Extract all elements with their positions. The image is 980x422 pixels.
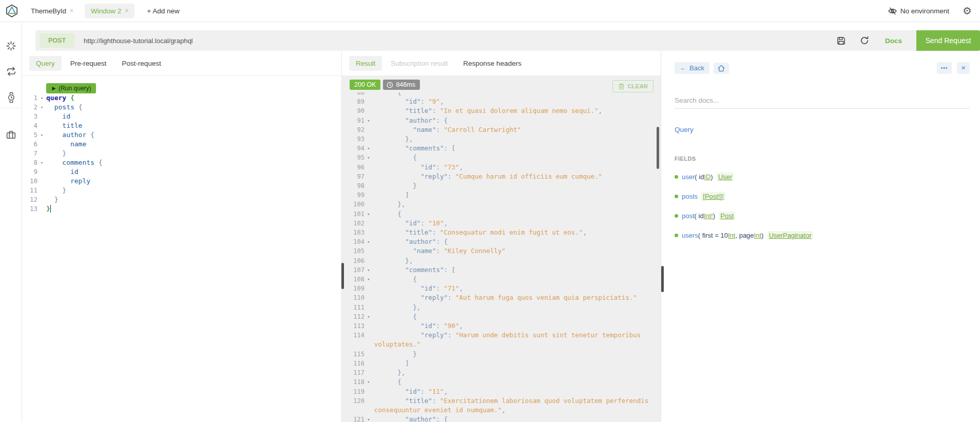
query-editor[interactable]: ► (Run query) 1▾query {2▾ posts {3 id4 t…: [22, 76, 341, 422]
fold-arrow-icon[interactable]: ▾: [37, 93, 46, 103]
field-type-link[interactable]: User: [717, 172, 734, 181]
field-name[interactable]: posts: [682, 193, 698, 200]
json-result-line: 94▾ "comments": [: [342, 144, 661, 153]
field-type-link[interactable]: Int: [728, 232, 735, 239]
docs-home-button[interactable]: [714, 63, 729, 74]
tab-subscription-result[interactable]: Subscription result: [384, 56, 454, 71]
docs-current-type-link[interactable]: Query: [675, 126, 694, 133]
fold-gutter: [366, 246, 372, 256]
line-content: "author": {: [372, 237, 655, 246]
query-code-line: 10 reply: [22, 177, 341, 186]
line-number: 13: [22, 204, 37, 214]
url-input[interactable]: [84, 37, 823, 45]
fold-gutter: [37, 195, 46, 204]
tab-query[interactable]: Query: [29, 56, 62, 71]
json-result-line: 109 "id": "71",: [342, 284, 661, 293]
json-result-lines: 88 {89 "id": "9",90 "title": "In et quas…: [342, 92, 661, 422]
cycle-icon[interactable]: [0, 64, 22, 79]
json-result-line: 111 },: [342, 303, 661, 312]
query-code-line: 11 }: [22, 186, 341, 195]
fold-arrow-icon[interactable]: ▾: [366, 237, 372, 246]
result-docs-resize-handle[interactable]: [661, 266, 664, 292]
clear-result-button[interactable]: CLEAR: [612, 80, 654, 92]
fold-gutter: [366, 125, 372, 135]
spinner-icon[interactable]: [0, 39, 22, 53]
line-number: 9: [22, 167, 37, 177]
watch-icon[interactable]: [0, 90, 22, 105]
line-number: 10: [22, 177, 37, 186]
line-content: "id": "11",: [372, 387, 655, 396]
fold-arrow-icon[interactable]: ▾: [366, 153, 372, 162]
home-icon: [717, 64, 725, 72]
line-content: "author": {: [372, 415, 655, 422]
status-badge: 200 OK: [350, 80, 380, 90]
field-type-link[interactable]: Int: [754, 232, 761, 239]
tab-post-request[interactable]: Post-request: [115, 56, 168, 71]
field-type-link[interactable]: [Post!]!: [701, 192, 725, 201]
field-args: [763, 232, 767, 239]
field-name[interactable]: users: [682, 232, 698, 239]
send-request-button[interactable]: Send Request: [916, 30, 980, 51]
result-scrollbar-thumb[interactable]: [657, 127, 659, 169]
result-body: 200 OK 846ms: [342, 75, 661, 422]
field-type-link[interactable]: Int!: [704, 212, 713, 220]
fold-arrow-icon[interactable]: ▾: [37, 158, 46, 167]
fold-arrow-icon[interactable]: ▾: [366, 265, 372, 275]
fold-arrow-icon[interactable]: ▾: [366, 275, 372, 284]
fold-gutter: [366, 387, 372, 396]
tab-result[interactable]: Result: [349, 56, 382, 71]
environment-selector[interactable]: No environment: [888, 6, 949, 16]
query-code-line: 2▾ posts {: [22, 103, 341, 112]
gear-icon[interactable]: ⚙: [963, 6, 972, 16]
line-number: 89: [342, 97, 366, 106]
fold-arrow-icon[interactable]: ▾: [37, 130, 46, 140]
fold-arrow-icon[interactable]: ▾: [366, 312, 372, 321]
line-content: {: [372, 275, 655, 284]
docs-search-input[interactable]: [675, 94, 970, 109]
field-bullet-icon: [675, 175, 678, 179]
field-type-link[interactable]: UserPaginator: [767, 231, 813, 240]
json-result-line: 104▾ "author": {: [342, 237, 661, 246]
docs-link[interactable]: Docs: [885, 37, 902, 45]
run-query-button[interactable]: ► (Run query): [46, 83, 96, 93]
field-name[interactable]: user: [682, 173, 695, 181]
close-tab-icon[interactable]: ×: [125, 7, 128, 14]
add-new-window-button[interactable]: + Add new: [147, 7, 179, 15]
line-content: "id": "71",: [372, 284, 655, 293]
field-name[interactable]: post: [682, 212, 695, 220]
briefcase-icon[interactable]: [0, 127, 22, 142]
line-number: 121: [342, 415, 366, 422]
fold-arrow-icon[interactable]: ▾: [366, 144, 372, 153]
fold-arrow-icon[interactable]: ▾: [366, 116, 372, 125]
line-content: },: [372, 303, 655, 312]
line-content: author {: [46, 130, 94, 140]
tab-response-headers[interactable]: Response headers: [456, 56, 528, 71]
docs-more-menu-icon[interactable]: •••: [937, 62, 952, 74]
docs-close-icon[interactable]: ×: [957, 62, 970, 74]
query-code-line: 13}: [22, 204, 341, 214]
back-label: Back: [689, 64, 704, 72]
fold-arrow-icon[interactable]: ▾: [366, 377, 372, 387]
line-content: {: [372, 377, 655, 387]
fold-gutter: [366, 368, 372, 377]
trash-icon: [618, 83, 625, 90]
close-tab-icon[interactable]: ×: [70, 7, 73, 14]
fold-gutter: [366, 284, 372, 293]
fold-arrow-icon[interactable]: ▾: [366, 209, 372, 219]
window-tab-window2[interactable]: Window 2 ×: [85, 4, 134, 18]
fold-arrow-icon[interactable]: ▾: [366, 415, 372, 422]
fold-arrow-icon[interactable]: ▾: [37, 103, 46, 112]
line-content: "title": "Consequatur modi enim fugit ut…: [372, 228, 655, 237]
refresh-icon[interactable]: [859, 35, 870, 46]
query-result-resize-handle[interactable]: [341, 263, 344, 289]
tab-pre-request[interactable]: Pre-request: [64, 56, 113, 71]
save-icon[interactable]: [836, 36, 846, 46]
field-type-link[interactable]: Post: [719, 212, 735, 220]
fold-gutter: [366, 303, 372, 312]
http-method-badge[interactable]: POST: [40, 33, 74, 48]
docs-header: ← Back ••• ×: [675, 62, 970, 74]
docs-back-button[interactable]: ← Back: [675, 62, 709, 74]
field-type-link[interactable]: ID: [704, 173, 710, 181]
line-number: 118: [342, 377, 366, 387]
window-tab-themebyid[interactable]: ThemeById ×: [25, 4, 80, 18]
